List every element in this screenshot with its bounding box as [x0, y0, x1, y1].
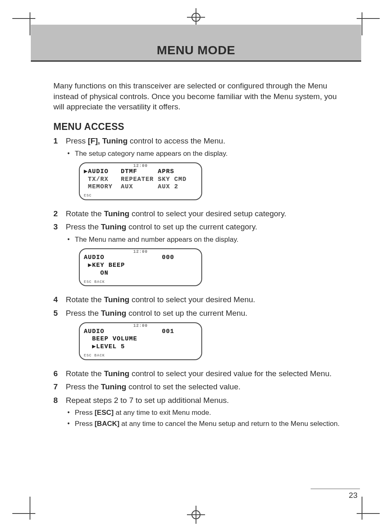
step-number: 8: [53, 395, 66, 429]
step-6: 6 Rotate the Tuning control to select yo…: [53, 368, 341, 379]
step-2: 2 Rotate the Tuning control to select yo…: [53, 208, 341, 220]
lcd-row: ▶KEY BEEP: [84, 262, 197, 270]
sub-bullets: The setup category name appears on the d…: [66, 148, 341, 159]
crop-mark: [362, 12, 362, 35]
step-text: Press [F], Tuning control to access the …: [66, 136, 225, 145]
step-8: 8 Repeat steps 2 to 7 to set up addition…: [53, 395, 341, 429]
step-text: Rotate the Tuning control to select your…: [66, 369, 332, 378]
sub-item: Press [ESC] at any time to exit Menu mod…: [66, 407, 341, 418]
content-area: Many functions on this transceiver are s…: [53, 81, 341, 432]
lcd-row: TX/RX REPEATER SKY CMD: [84, 176, 197, 184]
lcd-screenshot-1: 12:00 ▶AUDIO DTMF APRS TX/RX REPEATER SK…: [79, 162, 202, 200]
lcd-screenshot-2: 12:00 AUDIO 000 ▶KEY BEEP ON ESC BACK: [79, 248, 202, 286]
step-number: 3: [53, 222, 66, 292]
step-7: 7 Press the Tuning control to set the se…: [53, 382, 341, 393]
lcd-footer: ESC BACK: [84, 353, 105, 359]
intro-paragraph: Many functions on this transceiver are s…: [53, 81, 341, 112]
registration-mark: [187, 8, 205, 26]
lcd-time: 12:00: [84, 324, 197, 328]
page-number-wrap: 23: [311, 488, 360, 500]
registration-mark: [187, 506, 205, 524]
sub-item: Press [BACK] at any time to cancel the M…: [66, 419, 341, 429]
crop-mark: [30, 12, 30, 35]
lcd-row: BEEP VOLUME: [84, 335, 197, 343]
lcd-row: AUDIO 000: [84, 254, 197, 262]
lcd-row: MEMORY AUX AUX 2: [84, 183, 197, 191]
lcd-footer: ESC BACK: [84, 280, 105, 285]
step-text: Rotate the Tuning control to select your…: [66, 295, 255, 304]
lcd-time: 12:00: [84, 250, 197, 254]
sub-bullets: The Menu name and number appears on the …: [66, 234, 341, 245]
sub-item: The Menu name and number appears on the …: [66, 234, 341, 245]
step-number: 7: [53, 382, 66, 393]
lcd-row: AUDIO 001: [84, 328, 197, 336]
step-4: 4 Rotate the Tuning control to select yo…: [53, 294, 341, 305]
step-number: 5: [53, 308, 66, 366]
page-title: MENU MODE: [31, 43, 361, 57]
step-number: 4: [53, 294, 66, 305]
crop-mark: [362, 497, 362, 520]
step-number: 1: [53, 136, 66, 206]
step-number: 2: [53, 208, 66, 220]
step-text: Rotate the Tuning control to select your…: [66, 209, 286, 218]
step-number: 6: [53, 368, 66, 379]
lcd-footer: ESC: [84, 193, 92, 199]
step-5: 5 Press the Tuning control to set up the…: [53, 308, 341, 366]
crop-mark: [12, 18, 35, 19]
steps-list: 1 Press [F], Tuning control to access th…: [53, 136, 341, 429]
step-text: Press the Tuning control to set up the c…: [66, 309, 247, 317]
step-text: Repeat steps 2 to 7 to set up additional…: [66, 396, 229, 405]
lcd-row: ▶AUDIO DTMF APRS: [84, 168, 197, 176]
sub-bullets: Press [ESC] at any time to exit Menu mod…: [66, 407, 341, 429]
step-3: 3 Press the Tuning control to set up the…: [53, 222, 341, 292]
lcd-screenshot-3: 12:00 AUDIO 001 BEEP VOLUME ▶LEVEL 5 ESC…: [79, 322, 202, 360]
lcd-time: 12:00: [84, 164, 197, 168]
step-text: Press the Tuning control to set the sele…: [66, 382, 240, 391]
lcd-row: ▶LEVEL 5: [84, 343, 197, 351]
crop-mark: [12, 513, 35, 514]
step-1: 1 Press [F], Tuning control to access th…: [53, 136, 341, 206]
crop-mark: [357, 18, 380, 19]
lcd-row: ON: [84, 270, 197, 278]
crop-mark: [30, 497, 30, 520]
crop-mark: [357, 513, 380, 514]
section-heading: MENU ACCESS: [53, 121, 341, 132]
sub-item: The setup category name appears on the d…: [66, 148, 341, 159]
header-band: MENU MODE: [31, 25, 361, 62]
step-text: Press the Tuning control to set up the c…: [66, 222, 257, 231]
page-number: 23: [349, 491, 360, 500]
